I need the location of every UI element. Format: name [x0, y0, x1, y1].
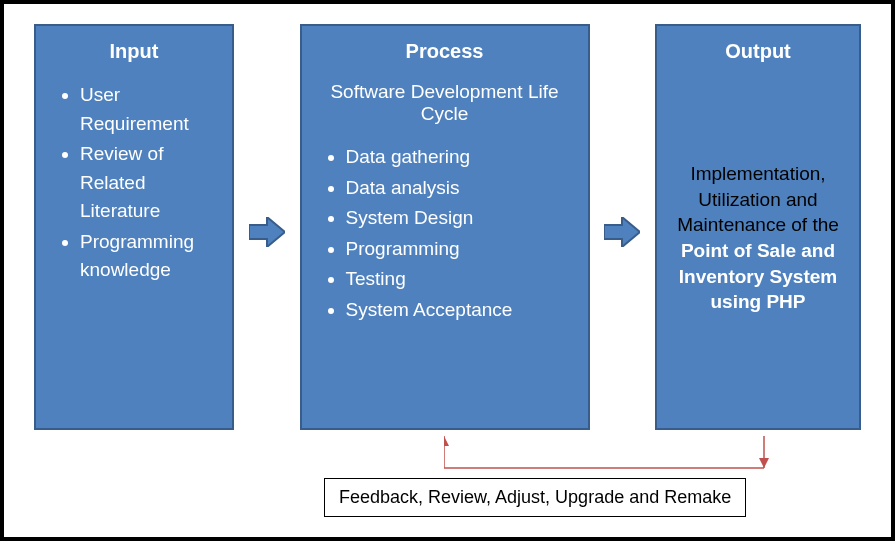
- diagram-frame: Input User Requirement Review of Related…: [0, 0, 895, 541]
- process-box: Process Software Development Life Cycle …: [300, 24, 590, 430]
- input-item: Review of Related Literature: [80, 140, 216, 226]
- feedback-label: Feedback, Review, Adjust, Upgrade and Re…: [339, 487, 731, 507]
- main-row: Input User Requirement Review of Related…: [34, 24, 861, 430]
- process-item: Data gathering: [346, 143, 572, 172]
- input-box: Input User Requirement Review of Related…: [34, 24, 234, 430]
- process-item: Data analysis: [346, 174, 572, 203]
- output-text: Implementation, Utilization and Maintena…: [673, 161, 843, 315]
- input-item: Programming knowledge: [80, 228, 216, 285]
- arrow-input-to-process: [248, 24, 286, 430]
- output-text-bold: Point of Sale and Inventory System using…: [679, 240, 837, 312]
- input-item: User Requirement: [80, 81, 216, 138]
- output-text-prefix: Implementation, Utilization and Maintena…: [677, 163, 839, 235]
- process-list: Data gathering Data analysis System Desi…: [318, 143, 572, 326]
- svg-marker-6: [444, 436, 449, 446]
- process-item: System Design: [346, 204, 572, 233]
- arrow-right-icon: [604, 217, 640, 247]
- svg-marker-3: [759, 458, 769, 468]
- output-title: Output: [673, 40, 843, 63]
- input-title: Input: [52, 40, 216, 63]
- arrow-right-icon: [249, 217, 285, 247]
- process-title: Process: [318, 40, 572, 63]
- input-list: User Requirement Review of Related Liter…: [52, 81, 216, 287]
- process-item: Testing: [346, 265, 572, 294]
- svg-marker-0: [249, 217, 285, 247]
- process-item: Programming: [346, 235, 572, 264]
- output-box: Output Implementation, Utilization and M…: [655, 24, 861, 430]
- process-subtitle: Software Development Life Cycle: [318, 81, 572, 125]
- svg-marker-1: [604, 217, 640, 247]
- arrow-process-to-output: [603, 24, 641, 430]
- process-item: System Acceptance: [346, 296, 572, 325]
- feedback-label-box: Feedback, Review, Adjust, Upgrade and Re…: [324, 478, 746, 517]
